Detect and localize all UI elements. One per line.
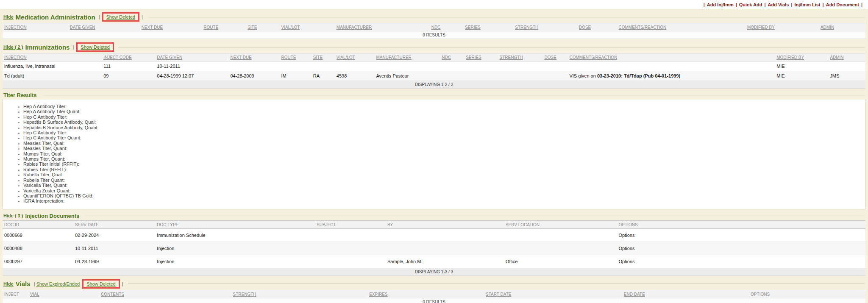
annotation-box: Show Deleted (102, 12, 140, 22)
col-header-dose[interactable]: DOSE (542, 53, 568, 61)
titer-results-panel: Hep A Antibody Titer: Hep A Antibody Tit… (3, 100, 865, 209)
col-header-serv-location[interactable]: SERV LOCATION (504, 220, 617, 228)
route-cell: IM (280, 71, 312, 81)
separator: | (34, 281, 35, 286)
col-header-vial-lot[interactable]: VIAL/LOT (280, 23, 335, 31)
documents-table-header-row: DOC ID SERV DATE DOC TYPE SUBJECT BY SER… (3, 220, 865, 228)
by-cell: Sample, John M. (386, 255, 504, 268)
col-header-by[interactable]: BY (386, 220, 504, 228)
col-header-manufacturer[interactable]: MANUFACTURER (335, 23, 430, 31)
col-header-strength[interactable]: STRENGTH (231, 290, 368, 298)
inject-code-cell: 111 (102, 61, 155, 71)
col-header-date-given[interactable]: DATE GIVEN (155, 53, 228, 61)
col-header-options[interactable]: OPTIONS (617, 220, 865, 228)
col-header-ndc[interactable]: NDC (440, 53, 464, 61)
site-cell (312, 61, 335, 71)
col-header-ndc[interactable]: NDC (430, 23, 463, 31)
hide-medication-administration-link[interactable]: Hide (3, 14, 14, 19)
col-header-date-given[interactable]: DATE GIVEN (68, 23, 140, 31)
col-header-comments-reaction[interactable]: COMMENTS/REACTION (617, 23, 746, 31)
col-header-serv-date[interactable]: SERV DATE (73, 220, 155, 228)
hide-immunizations-link[interactable]: Hide ( 2 ) (3, 44, 23, 50)
col-header-inject-code[interactable]: INJECT CODE (102, 53, 155, 61)
section-rule (128, 284, 865, 284)
col-header-vial[interactable]: VIAL (28, 290, 99, 298)
col-header-expires[interactable]: EXPIRES (367, 290, 484, 298)
titer-item: Mumps Titer, Quant: (23, 156, 862, 161)
hide-injection-documents-link[interactable]: Hide ( 3 ) (3, 213, 23, 218)
col-header-injection[interactable]: INJECTION (3, 23, 68, 31)
titer-list: Hep A Antibody Titer: Hep A Antibody Tit… (6, 104, 862, 204)
col-header-next-due[interactable]: NEXT DUE (228, 53, 279, 61)
link-add-inj-imm[interactable]: Add Inj/Imm (707, 2, 734, 7)
separator: | (704, 2, 705, 7)
options-menu[interactable]: Options (617, 228, 865, 242)
col-header-admin[interactable]: ADMIN (819, 23, 865, 31)
section-titer-results: Titer Results Hep A Antibody Titer: Hep … (0, 92, 868, 209)
site-cell: RA (312, 71, 335, 81)
col-header-modified-by[interactable]: MODIFIED BY (775, 53, 828, 61)
ndc-cell (440, 71, 464, 81)
medication-table-header-row: INJECTION DATE GIVEN NEXT DUE ROUTE SITE… (3, 23, 865, 31)
by-cell (386, 242, 504, 255)
document-row: 0000488 10-11-2011 Injection Options (3, 242, 865, 255)
immunization-row: Td (adult) 09 04-28-1999 12:07 04-28-200… (3, 71, 865, 81)
hide-vials-link[interactable]: Hide (3, 281, 14, 286)
top-action-bar: | Add Inj/Imm | Quick Add | Add Vials | … (0, 0, 868, 9)
paging-text: DISPLAYING 1-3 / 3 (3, 268, 865, 275)
col-header-series[interactable]: SERIES (464, 53, 498, 61)
link-quick-add[interactable]: Quick Add (739, 2, 762, 7)
col-header-strength[interactable]: STRENGTH (513, 23, 577, 31)
vial-lot-cell (335, 61, 375, 71)
comments-cell: VIS given on 03-23-2010: Td/Tdap (Pub 04… (568, 71, 775, 81)
col-header-route[interactable]: ROUTE (202, 23, 246, 31)
col-header-comments-reaction[interactable]: COMMENTS/REACTION (568, 53, 775, 61)
show-deleted-immunizations-link[interactable]: Show Deleted (81, 44, 110, 50)
col-header-end-date[interactable]: END DATE (622, 290, 749, 298)
titer-item: Mumps Titer, Qual: (23, 151, 862, 156)
titer-item: Rabies Titer (RFFIT): (23, 167, 862, 172)
col-header-start-date[interactable]: START DATE (484, 290, 622, 298)
col-header-strength[interactable]: STRENGTH (498, 53, 543, 61)
titer-item: Hep A Antibody Titer: (23, 104, 862, 109)
dose-cell (542, 61, 568, 71)
modified-by-cell: MIE (775, 71, 828, 81)
col-header-dose[interactable]: DOSE (577, 23, 617, 31)
link-inj-imm-list[interactable]: Inj/Imm List (794, 2, 820, 7)
col-header-manufacturer[interactable]: MANUFACTURER (374, 53, 440, 61)
show-deleted-vials-link[interactable]: Show Deleted (86, 281, 116, 286)
show-expired-ended-link[interactable]: Show Expired/Ended (36, 281, 80, 286)
col-header-admin[interactable]: ADMIN (828, 53, 865, 61)
col-header-route[interactable]: ROUTE (280, 53, 312, 61)
col-header-options: OPTIONS (749, 290, 865, 298)
link-add-vials[interactable]: Add Vials (768, 2, 789, 7)
paging-text: DISPLAYING 1-2 / 2 (3, 81, 865, 89)
col-header-vial-lot[interactable]: VIAL/LOT (335, 53, 375, 61)
titer-item: Varicella Zoster Quant: (23, 188, 862, 193)
link-add-document[interactable]: Add Document (826, 2, 859, 7)
medication-administration-header: Hide Medication Administration | Show De… (0, 12, 868, 22)
titer-item: Rubella Titer Quant: (23, 178, 862, 183)
col-header-next-due[interactable]: NEXT DUE (140, 23, 202, 31)
titer-results-title: Titer Results (3, 92, 37, 98)
col-header-series[interactable]: SERIES (463, 23, 513, 31)
titer-item: Hep C Antibody Titer: (23, 114, 862, 120)
annotation-box: Show Deleted (82, 279, 120, 289)
annotation-box: Show Deleted (76, 42, 114, 52)
serv-location-cell (504, 228, 617, 242)
col-header-contents[interactable]: CONTENTS (99, 290, 231, 298)
col-header-doc-type[interactable]: DOC TYPE (155, 220, 315, 228)
col-header-doc-id[interactable]: DOC ID (3, 220, 73, 228)
serv-location-cell (504, 242, 617, 255)
doc-id-cell: 0000669 (3, 228, 73, 242)
options-menu[interactable]: Options (617, 255, 865, 268)
col-header-site[interactable]: SITE (312, 53, 335, 61)
col-header-subject[interactable]: SUBJECT (315, 220, 386, 228)
options-menu[interactable]: Options (617, 242, 865, 255)
separator: | (764, 2, 765, 7)
col-header-site[interactable]: SITE (246, 23, 279, 31)
show-deleted-medication-link[interactable]: Show Deleted (106, 14, 136, 19)
col-header-injection[interactable]: INJECTION (3, 53, 102, 61)
col-header-modified-by[interactable]: MODIFIED BY (746, 23, 819, 31)
next-due-cell (228, 61, 279, 71)
